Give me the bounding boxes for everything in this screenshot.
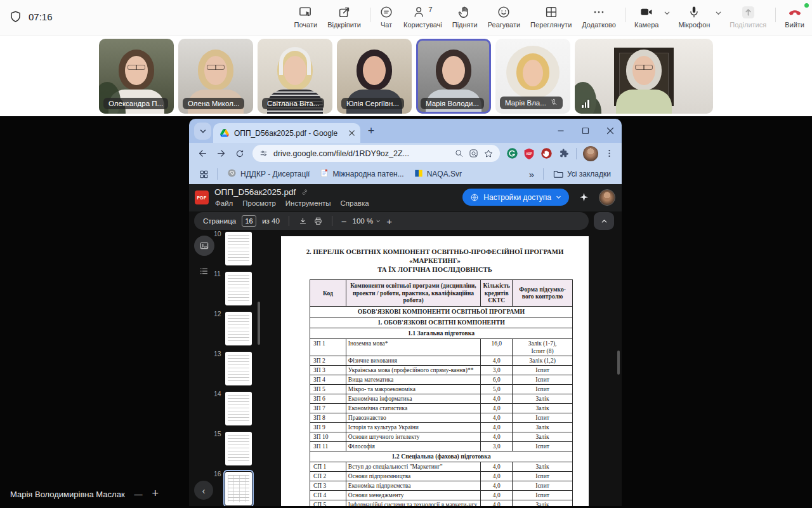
- page-number-input[interactable]: 16: [242, 215, 256, 227]
- extensions-area: ABP: [504, 146, 617, 161]
- print-icon[interactable]: [313, 217, 323, 226]
- camera-chevron-icon[interactable]: [664, 3, 673, 30]
- share-screen-icon: [741, 4, 756, 20]
- mic-chevron-icon[interactable]: [715, 3, 724, 30]
- page-thumbnail-16[interactable]: 16: [225, 472, 252, 505]
- bookmark-star-icon[interactable]: [483, 149, 494, 159]
- tab-close-icon[interactable]: [348, 130, 355, 137]
- share-settings-button[interactable]: Настройки доступа: [462, 189, 569, 206]
- sidebar-scrollbar[interactable]: [258, 302, 260, 345]
- toolbar-button-participants[interactable]: 7Користувачі: [398, 3, 447, 30]
- page-thumbnail-11[interactable]: 11: [225, 272, 252, 305]
- microphone-icon: [687, 4, 701, 20]
- glasses: [128, 65, 145, 70]
- toolbar-button-share[interactable]: Поділитися: [724, 3, 771, 30]
- participant-tile[interactable]: Світлана Віта...: [258, 39, 332, 114]
- close-icon[interactable]: [606, 127, 614, 135]
- download-icon[interactable]: [298, 217, 308, 226]
- new-tab-button[interactable]: +: [363, 123, 379, 139]
- bookmark-favicon-2: [414, 169, 423, 180]
- drive-account-avatar[interactable]: [599, 189, 615, 206]
- toolbar-button-label: Поділитися: [730, 21, 766, 29]
- toolbar-button-mic[interactable]: Мікрофон: [673, 3, 715, 30]
- bookmarks-overflow-chevron[interactable]: »: [525, 169, 538, 180]
- browser-menu-icon[interactable]: [603, 147, 615, 160]
- browser-profile-avatar[interactable]: [583, 146, 598, 161]
- adblock-extension-icon[interactable]: [540, 147, 553, 160]
- share-zoom-in-button[interactable]: +: [152, 487, 159, 500]
- participant-name: Марія Володи...: [426, 100, 479, 107]
- toolbar-divider: [625, 8, 625, 22]
- url-text[interactable]: drive.google.com/file/d/1RDY9oz_2Z...: [273, 149, 449, 158]
- browser-tab[interactable]: ОПП_D56ак2025.pdf - Google: [213, 123, 360, 143]
- menu-help[interactable]: Справка: [341, 199, 369, 207]
- pdf-scrollbar[interactable]: [617, 351, 620, 375]
- menu-tools[interactable]: Инструменты: [285, 199, 331, 207]
- toolbar-divider: [370, 8, 370, 22]
- zoom-out-icon[interactable]: −: [341, 216, 347, 227]
- toolbar-divider: [775, 8, 776, 22]
- svg-text:ABP: ABP: [526, 152, 532, 156]
- participant-tile[interactable]: Марія Володи...: [416, 39, 491, 114]
- google-lens-icon[interactable]: [469, 149, 478, 158]
- pdf-col-header: Форма підсумко-вого контролю: [513, 280, 573, 307]
- gemini-sparkle-icon[interactable]: [579, 192, 589, 203]
- bookmark-favicon-0: [227, 168, 237, 180]
- bookmark-item[interactable]: NAQA.Svr: [410, 167, 466, 182]
- page-thumbnail-15[interactable]: 15: [225, 432, 252, 465]
- zoom-search-icon[interactable]: [454, 149, 464, 158]
- page-thumbnail-14[interactable]: 14: [225, 392, 252, 425]
- sidebar-collapse-button[interactable]: ‹: [194, 481, 213, 500]
- bookmark-item[interactable]: Міжнародна патен...: [315, 166, 408, 182]
- minimize-icon[interactable]: [557, 127, 565, 135]
- participant-face: [204, 56, 227, 85]
- toolbar-button-camera[interactable]: Камера: [629, 3, 664, 30]
- grammarly-extension-icon[interactable]: [506, 147, 518, 160]
- headset: [279, 47, 311, 75]
- toolbar-button-label: Мікрофон: [678, 21, 710, 29]
- maximize-icon[interactable]: [582, 127, 589, 135]
- forward-icon[interactable]: [213, 145, 230, 162]
- menu-file[interactable]: Файл: [215, 199, 233, 207]
- reload-icon[interactable]: [231, 145, 248, 162]
- participant-tile[interactable]: Олександра П...: [99, 39, 174, 114]
- all-bookmarks-button[interactable]: Усі закладки: [549, 168, 615, 180]
- link-icon[interactable]: [301, 188, 309, 196]
- address-bar[interactable]: drive.google.com/file/d/1RDY9oz_2Z...: [252, 145, 500, 162]
- participant-tile[interactable]: Олена Микол...: [178, 39, 253, 114]
- adblock-plus-extension-icon[interactable]: ABP: [523, 147, 535, 160]
- zoom-in-icon[interactable]: +: [386, 216, 392, 227]
- extensions-puzzle-icon[interactable]: [557, 147, 570, 160]
- page-thumbnail-12[interactable]: 12: [225, 312, 252, 345]
- pdf-col-header: Компоненти освітньої програми (дисциплін…: [346, 280, 480, 307]
- back-icon[interactable]: [194, 145, 211, 162]
- participant-tile[interactable]: Юлія Сергіївн...: [337, 39, 412, 114]
- page-total: из 40: [262, 217, 280, 225]
- avatar-face: [523, 60, 543, 86]
- share-zoom-out-button[interactable]: —: [134, 490, 143, 499]
- presenter-overlay: Марія Володимирівна Маслак — +: [10, 488, 159, 500]
- tab-search-button[interactable]: [194, 123, 211, 140]
- toolbar-button-raise[interactable]: Підняти: [447, 3, 483, 30]
- toolbar-button-unpin[interactable]: Відкріпити: [322, 3, 366, 30]
- site-settings-icon[interactable]: [259, 149, 268, 158]
- pdf-table-row: СП 5Інформаційні системи та технології в…: [310, 500, 573, 506]
- outline-view-icon[interactable]: [196, 263, 213, 279]
- bookmark-item[interactable]: НДДКР - Дисертації: [223, 166, 314, 182]
- toolbar-button-view[interactable]: Переглянути: [525, 3, 577, 30]
- toolbar-button-react[interactable]: Реагувати: [483, 3, 525, 30]
- participant-name-pill: Марія Вла...: [500, 97, 563, 109]
- participant-body: [616, 90, 672, 114]
- apps-grid-icon[interactable]: [195, 166, 212, 182]
- scroll-top-button[interactable]: [594, 212, 614, 230]
- page-thumbnail-10[interactable]: 10: [225, 232, 252, 265]
- toolbar-button-record[interactable]: Почати: [289, 3, 323, 30]
- toolbar-button-more[interactable]: Додатково: [577, 3, 621, 30]
- toolbar-button-chat[interactable]: Чат: [374, 3, 398, 30]
- participant-tile[interactable]: Марія Вла...: [495, 39, 570, 114]
- menu-view[interactable]: Просмотр: [242, 199, 276, 207]
- page-thumbnail-13[interactable]: 13: [225, 352, 252, 385]
- participant-tile[interactable]: [575, 39, 713, 114]
- drive-favicon: [220, 129, 229, 137]
- zoom-level-select[interactable]: 100 %: [353, 217, 381, 225]
